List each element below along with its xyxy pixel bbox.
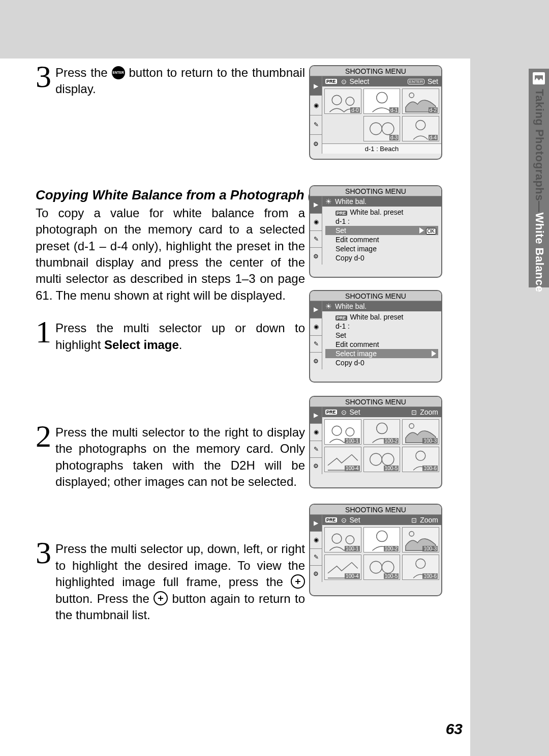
enter-badge: ENTER [408,79,424,84]
camera-screen-menu-select-image: SHOOTING MENU ▶ ◉ ✎ ⚙ ☀ White bal. PRE W… [309,290,442,383]
camera-icon: ◉ [310,423,322,440]
step-number: 3 [36,61,51,92]
top-gray-bar [0,0,549,59]
wb-icon: ☀ [325,302,332,310]
svg-point-3 [409,93,414,98]
thumbnail: 100-6 [402,555,439,580]
menu-items: Set OKEdit commentSelect imageCopy d-0 [325,226,438,263]
playback-icon [533,72,545,84]
menu-list: PRE White bal. preset d-1 : SetEdit comm… [322,311,441,369]
intro-step: 3 Press the button to return to the thum… [36,64,305,98]
menu-item: Copy d-0 [325,358,438,367]
thumbnail: 100-2 [363,419,401,445]
thumbnail: d-4 [402,116,439,141]
step-number: 3 [36,537,51,568]
menu-row: d-1 : [325,217,438,226]
thumbnail: 100-3 [402,419,439,445]
svg-point-20 [416,559,425,569]
screen-toolbar: PRE Set Zoom [322,515,441,525]
screen-title: SHOOTING MENU [310,397,441,407]
svg-point-5 [382,123,394,135]
step-3: 3 Press the multi selector up, down, lef… [36,540,305,623]
step-1: 1 Press the multi selector up or down to… [36,319,305,353]
svg-point-4 [370,123,382,135]
screen-title: SHOOTING MENU [310,66,441,76]
thumbnail: 100-2 [363,527,401,553]
pencil-icon: ✎ [310,335,322,353]
thumbnail: 100-4 [324,447,361,472]
menu-item: Set [325,331,438,340]
label: White bal. preset [350,313,403,321]
screen-title: SHOOTING MENU [310,291,441,301]
pre-badge: PRE [336,315,347,321]
thumbnail: 100-5 [363,555,401,580]
thumbnail: d-2 [402,89,439,114]
wrench-icon: ⚙ [310,457,322,474]
label: White bal. preset [350,208,403,216]
svg-point-14 [332,534,342,543]
label: Set [350,516,360,524]
thumb-grid: 100-1100-2100-3100-4100-5100-6 [322,417,441,474]
pre-badge: PRE [325,79,337,84]
thumbnail: 100-1 [324,419,361,445]
side-label-dark: Taking Photographs— [533,89,546,213]
thumbnail: d-1 [363,89,401,114]
zoom-icon [291,574,305,589]
text: Press the multi selector up, down, left,… [55,542,305,589]
camera-screen-thumbnails: SHOOTING MENU ▶ ◉ ✎ ⚙ PRE Select ENTERSe… [309,65,442,160]
svg-point-19 [382,561,394,573]
step-number: 1 [36,316,51,347]
pencil-icon: ✎ [310,548,322,565]
zoom-badge-icon [411,408,417,416]
thumb-grid: d-0d-1d-2d-3d-4 [322,86,441,143]
intro-paragraph: To copy a value for white balance from a… [36,205,305,304]
text: Press the [55,66,112,79]
svg-point-7 [332,426,342,435]
play-icon: ▶ [310,76,322,95]
camera-screen-menu-set: SHOOTING MENU ▶ ◉ ✎ ⚙ ☀ White bal. PRE W… [309,185,442,278]
svg-point-17 [409,532,414,536]
side-label: Taking Photographs—White Balance [533,89,546,292]
thumbnail: d-0 [324,89,361,114]
thumbnail [324,116,361,141]
menu-item: Copy d-0 [325,253,438,263]
label: Set [428,77,438,85]
svg-point-2 [376,92,387,103]
thumbnail: 100-1 [324,527,361,553]
svg-point-1 [346,97,354,105]
camera-icon: ◉ [310,318,322,335]
menu-item: Edit comment [325,340,438,349]
pre-badge: PRE [325,517,337,522]
pencil-icon: ✎ [310,230,322,248]
enter-icon [112,66,125,79]
camera-icon: ◉ [310,531,322,548]
svg-point-10 [409,424,414,428]
camera-icon: ◉ [310,213,322,230]
svg-point-0 [332,95,342,105]
text: button. Press the [55,592,154,605]
menu-row: PRE White bal. preset [325,312,438,322]
camera-screen-images-1: SHOOTING MENU ▶ ◉ ✎ ⚙ PRE Set Zoom 100-1… [309,396,442,488]
label: Zoom [420,408,438,416]
step-2: 2 Press the multi selector to the right … [36,423,305,490]
bold-text: Select image [104,338,179,352]
pre-badge: PRE [325,410,337,415]
menu-item: Set OK [325,226,438,235]
zoom-badge-icon [411,516,417,524]
svg-point-15 [346,536,354,544]
screen-title: SHOOTING MENU [310,186,441,196]
play-icon: ▶ [310,196,322,213]
wrench-icon: ⚙ [310,247,322,265]
wrench-icon: ⚙ [310,565,322,582]
thumbnail: 100-6 [402,447,439,472]
caption: d-1 : Beach [322,143,441,154]
side-label-white: White Balance [533,213,546,293]
svg-point-13 [416,451,425,461]
step-text: Press the multi selector to the right to… [55,423,305,490]
thumbnail: 100-3 [402,527,439,553]
screen-toolbar: PRE Set Zoom [322,407,441,417]
wb-icon: ☀ [325,197,332,206]
play-icon: ▶ [310,515,322,531]
label: Zoom [420,516,438,524]
step-text: Press the multi selector up, down, left,… [55,540,305,623]
